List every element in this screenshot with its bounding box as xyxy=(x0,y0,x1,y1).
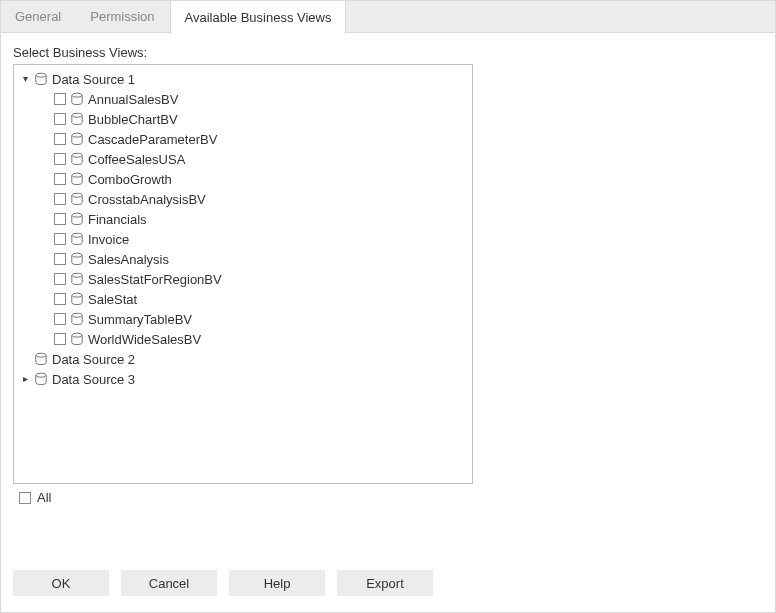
tree-node-business-view[interactable]: AnnualSalesBV xyxy=(20,89,466,109)
datasource-icon xyxy=(34,372,48,386)
tree-node-business-view[interactable]: Financials xyxy=(20,209,466,229)
button-bar: OK Cancel Help Export xyxy=(13,570,433,596)
tree-checkbox[interactable] xyxy=(54,93,66,105)
export-button[interactable]: Export xyxy=(337,570,433,596)
tree-node-label: CascadeParameterBV xyxy=(88,132,217,147)
tree-checkbox[interactable] xyxy=(54,173,66,185)
tree-checkbox[interactable] xyxy=(54,213,66,225)
tree-checkbox[interactable] xyxy=(54,273,66,285)
datasource-icon xyxy=(70,312,84,326)
tree-checkbox[interactable] xyxy=(54,253,66,265)
tab-available-business-views[interactable]: Available Business Views xyxy=(170,1,347,34)
tree-checkbox[interactable] xyxy=(54,113,66,125)
tree-checkbox[interactable] xyxy=(54,133,66,145)
tree-node-business-view[interactable]: BubbleChartBV xyxy=(20,109,466,129)
tree-node-label: CrosstabAnalysisBV xyxy=(88,192,206,207)
tab-permission[interactable]: Permission xyxy=(76,1,169,32)
tab-general[interactable]: General xyxy=(1,1,76,32)
tree-node-label: SalesAnalysis xyxy=(88,252,169,267)
tree-node-label: ComboGrowth xyxy=(88,172,172,187)
tree-node-label: SalesStatForRegionBV xyxy=(88,272,222,287)
datasource-icon xyxy=(70,132,84,146)
tree-node-business-view[interactable]: CoffeeSalesUSA xyxy=(20,149,466,169)
tree-node-datasource[interactable]: Data Source 2 xyxy=(20,349,466,369)
expander-spacer xyxy=(20,354,30,364)
select-all-checkbox[interactable] xyxy=(19,492,31,504)
datasource-icon xyxy=(70,232,84,246)
tree-node-business-view[interactable]: SalesStatForRegionBV xyxy=(20,269,466,289)
tree-checkbox[interactable] xyxy=(54,233,66,245)
help-button[interactable]: Help xyxy=(229,570,325,596)
tree-node-business-view[interactable]: SaleStat xyxy=(20,289,466,309)
tree-checkbox[interactable] xyxy=(54,313,66,325)
datasource-icon xyxy=(70,212,84,226)
datasource-icon xyxy=(70,172,84,186)
tree-checkbox[interactable] xyxy=(54,333,66,345)
tree-node-business-view[interactable]: SummaryTableBV xyxy=(20,309,466,329)
tree-node-label: AnnualSalesBV xyxy=(88,92,178,107)
tree-node-label: Data Source 2 xyxy=(52,352,135,367)
datasource-icon xyxy=(70,192,84,206)
cancel-button[interactable]: Cancel xyxy=(121,570,217,596)
section-label: Select Business Views: xyxy=(13,45,763,60)
datasource-icon xyxy=(70,252,84,266)
tree-node-business-view[interactable]: Invoice xyxy=(20,229,466,249)
tree-node-business-view[interactable]: CascadeParameterBV xyxy=(20,129,466,149)
tree-node-business-view[interactable]: WorldWideSalesBV xyxy=(20,329,466,349)
tree-node-label: Financials xyxy=(88,212,147,227)
tree-node-business-view[interactable]: SalesAnalysis xyxy=(20,249,466,269)
tree-node-datasource[interactable]: ▾Data Source 1 xyxy=(20,69,466,89)
tree-node-label: Data Source 3 xyxy=(52,372,135,387)
datasource-icon xyxy=(70,332,84,346)
tree-node-label: BubbleChartBV xyxy=(88,112,178,127)
tree-node-business-view[interactable]: CrosstabAnalysisBV xyxy=(20,189,466,209)
tree-node-label: SummaryTableBV xyxy=(88,312,192,327)
datasource-icon xyxy=(70,92,84,106)
tab-panel: Select Business Views: ▾Data Source 1Ann… xyxy=(1,33,775,505)
datasource-icon xyxy=(34,352,48,366)
datasource-icon xyxy=(70,112,84,126)
tree-node-label: SaleStat xyxy=(88,292,137,307)
expand-icon[interactable]: ▸ xyxy=(20,374,30,384)
tree-node-label: Data Source 1 xyxy=(52,72,135,87)
tree-node-label: CoffeeSalesUSA xyxy=(88,152,185,167)
datasource-icon xyxy=(70,152,84,166)
business-views-tree[interactable]: ▾Data Source 1AnnualSalesBVBubbleChartBV… xyxy=(13,64,473,484)
tree-checkbox[interactable] xyxy=(54,193,66,205)
select-all-label: All xyxy=(37,490,51,505)
tree-node-label: WorldWideSalesBV xyxy=(88,332,201,347)
tree-node-label: Invoice xyxy=(88,232,129,247)
datasource-icon xyxy=(34,72,48,86)
tab-strip: General Permission Available Business Vi… xyxy=(1,1,775,33)
ok-button[interactable]: OK xyxy=(13,570,109,596)
select-all-row[interactable]: All xyxy=(13,490,763,505)
tree-node-datasource[interactable]: ▸Data Source 3 xyxy=(20,369,466,389)
datasource-icon xyxy=(70,272,84,286)
tree-checkbox[interactable] xyxy=(54,153,66,165)
datasource-icon xyxy=(70,292,84,306)
tree-node-business-view[interactable]: ComboGrowth xyxy=(20,169,466,189)
tree-checkbox[interactable] xyxy=(54,293,66,305)
collapse-icon[interactable]: ▾ xyxy=(20,74,30,84)
